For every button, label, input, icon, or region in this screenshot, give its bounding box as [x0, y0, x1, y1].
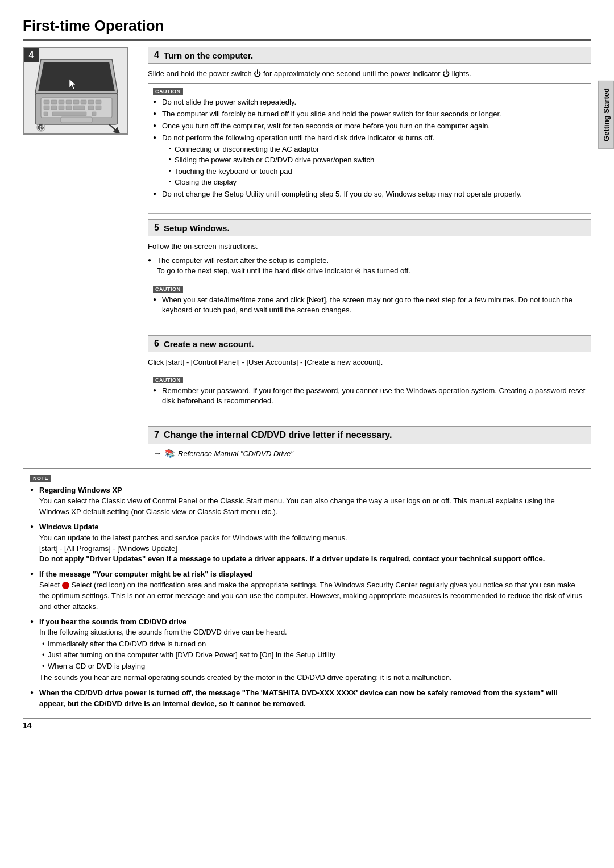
- step5-caution-label: CAUTION: [153, 286, 183, 293]
- step4-caution-item-5: Do not change the Setup Utility until co…: [153, 189, 586, 199]
- note-item-2-body3: Do not apply "Driver Updates" even if a …: [39, 554, 545, 563]
- step4-sub-item-3: Touching the keyboard or touch pad: [169, 166, 586, 177]
- step6-header: 6 Create a new account.: [148, 335, 591, 352]
- svg-rect-4: [51, 100, 57, 104]
- step7-num: 7: [154, 430, 159, 440]
- svg-rect-21: [61, 117, 92, 123]
- left-column: 4: [23, 47, 136, 462]
- note-item-2-body1: You can update to the latest patches and…: [39, 533, 347, 542]
- note-item-4: If you hear the sounds from CD/DVD drive…: [30, 617, 584, 683]
- red-icon: [62, 582, 69, 589]
- step7-header: 7 Change the internal CD/DVD drive lette…: [148, 426, 591, 444]
- step4-intro3: lights.: [452, 69, 471, 78]
- svg-rect-17: [96, 106, 101, 110]
- note-item-4-body2: The sounds you hear are normal operating…: [39, 673, 452, 682]
- step4-caution-item-3: Once you turn off the computer, wait for…: [153, 121, 586, 131]
- step4-caution-label: CAUTION: [153, 88, 183, 95]
- svg-marker-24: [38, 62, 115, 91]
- laptop-svg: ⏻: [24, 48, 128, 135]
- hdd-icon: ⊛: [397, 133, 406, 142]
- step6-caution-item-1: Remember your password. If you forget th…: [153, 386, 586, 406]
- step6-caution-list: Remember your password. If you forget th…: [153, 386, 586, 406]
- step6-num: 6: [154, 339, 159, 349]
- note-item-4-sublist: Immediately after the CD/DVD drive is tu…: [42, 639, 584, 671]
- step7-heading: Change the internal CD/DVD drive letter …: [164, 430, 392, 440]
- step5-header: 5 Setup Windows.: [148, 219, 591, 236]
- step4-sub-list: Connecting or disconnecting the AC adapt…: [169, 144, 586, 187]
- note-item-5: When the CD/DVD drive power is turned of…: [30, 688, 584, 710]
- step4-sub-item-1: Connecting or disconnecting the AC adapt…: [169, 144, 586, 155]
- svg-rect-20: [92, 112, 96, 116]
- reference-text: Reference Manual "CD/DVD Drive": [178, 449, 293, 458]
- divider-2: [148, 329, 591, 329]
- step4-caution-block: CAUTION Do not slide the power switch re…: [148, 83, 591, 208]
- note-item-4-body1: In the following situations, the sounds …: [39, 628, 287, 636]
- divider-1: [148, 213, 591, 214]
- step4-badge: 4: [24, 48, 39, 62]
- step5-bullet-list: The computer will restart after the setu…: [148, 256, 591, 276]
- note-label: NOTE: [30, 475, 51, 482]
- step5-bullet-1: The computer will restart after the setu…: [148, 256, 591, 276]
- note-item-3-body: Select Select (red icon) on the notifica…: [39, 581, 582, 611]
- svg-rect-18: [44, 112, 48, 116]
- svg-rect-14: [66, 106, 72, 110]
- note-item-1-title: Regarding Windows XP: [39, 486, 122, 494]
- svg-rect-6: [66, 100, 72, 104]
- note-item-1-body: You can select the Classic view of Contr…: [39, 496, 555, 516]
- step4-header: 4 Turn on the computer.: [148, 47, 591, 64]
- step4-power-sym2: ⏻: [442, 69, 452, 78]
- svg-rect-5: [59, 100, 64, 104]
- note-item-3: If the message "Your computer might be a…: [30, 569, 584, 612]
- divider-3: [148, 420, 591, 420]
- page-number: 14: [23, 721, 32, 730]
- getting-started-tab: Getting Started: [598, 81, 614, 149]
- step4-caution-item-4: Do not perform the following operation u…: [153, 133, 586, 187]
- step4-power-sym: ⏻: [254, 69, 263, 78]
- step7-reference: → 📚 Reference Manual "CD/DVD Drive": [154, 449, 591, 458]
- step4-intro2: for approximately one second until the p…: [263, 69, 440, 78]
- step4-num: 4: [154, 50, 159, 60]
- note-block: NOTE Regarding Windows XP You can select…: [23, 468, 591, 719]
- note-item-2-body2: [start] - [All Programs] - [Windows Upda…: [39, 544, 177, 553]
- svg-rect-10: [96, 100, 101, 104]
- step5-caution-list: When you set date/time/time zone and cli…: [153, 295, 586, 315]
- step6-heading: Create a new account.: [164, 339, 254, 349]
- note-item-2: Windows Update You can update to the lat…: [30, 522, 584, 565]
- step5-intro: Follow the on-screen instructions.: [148, 241, 591, 252]
- step5-caution-block: CAUTION When you set date/time/time zone…: [148, 281, 591, 323]
- svg-rect-9: [88, 100, 94, 104]
- svg-rect-8: [81, 100, 86, 104]
- step4-sub-item-2: Sliding the power switch or CD/DVD drive…: [169, 155, 586, 165]
- note-sub-item-3: When a CD or DVD is playing: [42, 661, 584, 671]
- step5-sub-text: To go to the next step, wait until the h…: [157, 266, 410, 275]
- svg-rect-15: [73, 106, 85, 110]
- step4-caution-item-2: The computer will forcibly be turned off…: [153, 109, 586, 119]
- note-item-3-title: If the message "Your computer might be a…: [39, 570, 252, 578]
- step4-image-box: 4: [23, 47, 128, 135]
- step6-caution-block: CAUTION Remember your password. If you f…: [148, 372, 591, 414]
- arrow-icon: →: [154, 449, 161, 458]
- step4-caution-item-1: Do not slide the power switch repeatedly…: [153, 97, 586, 107]
- note-sub-item-1: Immediately after the CD/DVD drive is tu…: [42, 639, 584, 649]
- svg-rect-16: [88, 106, 94, 110]
- svg-rect-7: [73, 100, 79, 104]
- step4-heading: Turn on the computer.: [164, 51, 253, 60]
- note-item-4-title: If you hear the sounds from CD/DVD drive: [39, 617, 186, 626]
- step5-caution-item-1: When you set date/time/time zone and cli…: [153, 295, 586, 315]
- note-item-2-title: Windows Update: [39, 523, 99, 531]
- note-sub-item-2: Just after turning on the computer with …: [42, 650, 584, 660]
- svg-rect-3: [44, 100, 49, 104]
- step4-intro-text: Slide and hold the power switch: [148, 69, 252, 78]
- step4-intro: Slide and hold the power switch ⏻ for ap…: [148, 68, 591, 80]
- page-title: First-time Operation: [23, 17, 591, 41]
- svg-text:⏻: ⏻: [39, 124, 45, 131]
- right-column: 4 Turn on the computer. Slide and hold t…: [148, 47, 591, 462]
- step5-num: 5: [154, 223, 159, 233]
- note-item-1: Regarding Windows XP You can select the …: [30, 485, 584, 518]
- note-list: Regarding Windows XP You can select the …: [30, 485, 584, 709]
- svg-rect-13: [59, 106, 64, 110]
- svg-rect-11: [44, 106, 49, 110]
- step4-sub-item-4: Closing the display: [169, 177, 586, 187]
- svg-rect-19: [52, 112, 86, 116]
- note-item-5-title: When the CD/DVD drive power is turned of…: [39, 688, 558, 708]
